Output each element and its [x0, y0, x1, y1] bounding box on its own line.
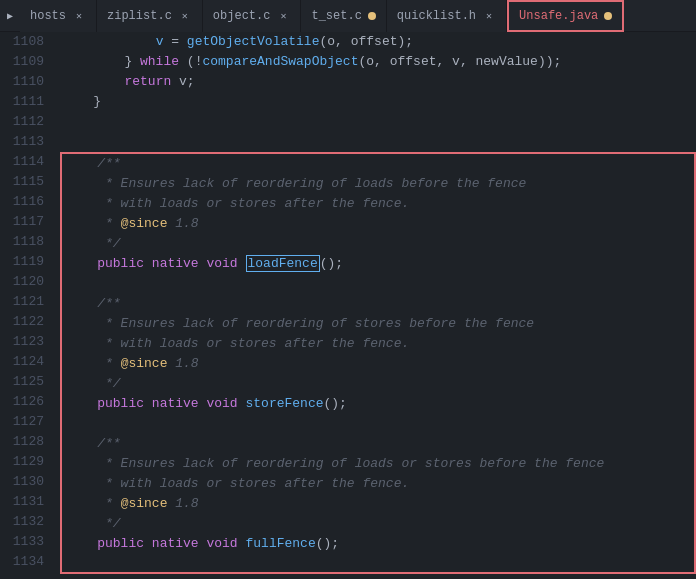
code-line-1109: } while (!compareAndSwapObject(o, offset…	[62, 52, 696, 72]
code-line-1119: public native void loadFence();	[66, 254, 694, 274]
line-num-1128: 1128	[0, 432, 44, 452]
code-line-1121: /**	[66, 294, 694, 314]
code-line-1126: public native void storeFence();	[66, 394, 694, 414]
line-num-1123: 1123	[0, 332, 44, 352]
code-line-1112	[62, 112, 696, 132]
line-num-1130: 1130	[0, 472, 44, 492]
tab-quicklist-close[interactable]: ✕	[482, 9, 496, 23]
tab-unsafe-label: Unsafe.java	[519, 9, 598, 23]
tab-ziplist-label: ziplist.c	[107, 9, 172, 23]
line-num-1129: 1129	[0, 452, 44, 472]
code-line-1111: }	[62, 92, 696, 112]
line-num-1122: 1122	[0, 312, 44, 332]
tab-ziplist-close[interactable]: ✕	[178, 9, 192, 23]
code-line-1116: * with loads or stores after the fence.	[66, 194, 694, 214]
tab-object-c[interactable]: object.c ✕	[203, 0, 302, 32]
line-num-1110: 1110	[0, 72, 44, 92]
tab-unsafe-java[interactable]: Unsafe.java	[507, 0, 624, 32]
tab-unsafe-modified-dot	[604, 12, 612, 20]
tab-tset-label: t_set.c	[311, 9, 361, 23]
code-line-1122: * Ensures lack of reordering of stores b…	[66, 314, 694, 334]
code-line-1125: */	[66, 374, 694, 394]
tab-hosts-close[interactable]: ✕	[72, 9, 86, 23]
line-num-1114: 1114	[0, 152, 44, 172]
code-line-1131: * @since 1.8	[66, 494, 694, 514]
code-line-1128: /**	[66, 434, 694, 454]
tab-hosts-label: hosts	[30, 9, 66, 23]
line-num-1116: 1116	[0, 192, 44, 212]
code-content: v = getObjectVolatile(o, offset); } whil…	[52, 32, 696, 579]
code-line-1132: */	[66, 514, 694, 534]
line-num-1132: 1132	[0, 512, 44, 532]
tab-object-label: object.c	[213, 9, 271, 23]
line-num-1121: 1121	[0, 292, 44, 312]
editor-body: 1108 1109 1110 1111 1112 1113 1114 1115 …	[0, 32, 696, 579]
code-line-1117: * @since 1.8	[66, 214, 694, 234]
tab-quicklist-label: quicklist.h	[397, 9, 476, 23]
code-line-1127	[66, 414, 694, 434]
line-num-1118: 1118	[0, 232, 44, 252]
code-line-1129: * Ensures lack of reordering of loads or…	[66, 454, 694, 474]
code-line-1123: * with loads or stores after the fence.	[66, 334, 694, 354]
line-num-1120: 1120	[0, 272, 44, 292]
tab-tset-modified-dot	[368, 12, 376, 20]
line-num-1125: 1125	[0, 372, 44, 392]
tab-object-close[interactable]: ✕	[276, 9, 290, 23]
editor-window: ▶ hosts ✕ ziplist.c ✕ object.c ✕ t_set.c…	[0, 0, 696, 579]
line-num-1115: 1115	[0, 172, 44, 192]
code-line-1120	[66, 274, 694, 294]
code-line-1113	[62, 132, 696, 152]
line-num-1112: 1112	[0, 112, 44, 132]
highlight-region-start: /** * Ensures lack of reordering of load…	[60, 152, 696, 554]
code-line-1114: /**	[66, 154, 694, 174]
code-line-1134	[66, 554, 694, 574]
line-num-1109: 1109	[0, 52, 44, 72]
line-numbers: 1108 1109 1110 1111 1112 1113 1114 1115 …	[0, 32, 52, 579]
line-num-1117: 1117	[0, 212, 44, 232]
line-num-1124: 1124	[0, 352, 44, 372]
line-num-1119: 1119	[0, 252, 44, 272]
line-num-1126: 1126	[0, 392, 44, 412]
tab-scroll-left[interactable]: ▶	[0, 0, 20, 32]
tab-bar: ▶ hosts ✕ ziplist.c ✕ object.c ✕ t_set.c…	[0, 0, 696, 32]
line-num-1111: 1111	[0, 92, 44, 112]
highlight-region-end	[60, 554, 696, 574]
line-num-1127: 1127	[0, 412, 44, 432]
tab-ziplist-c[interactable]: ziplist.c ✕	[97, 0, 203, 32]
code-line-1133: public native void fullFence();	[66, 534, 694, 554]
code-line-1130: * with loads or stores after the fence.	[66, 474, 694, 494]
line-num-1133: 1133	[0, 532, 44, 552]
code-line-1124: * @since 1.8	[66, 354, 694, 374]
line-num-1131: 1131	[0, 492, 44, 512]
tab-hosts[interactable]: hosts ✕	[20, 0, 97, 32]
tab-quicklist-h[interactable]: quicklist.h ✕	[387, 0, 507, 32]
code-line-1115: * Ensures lack of reordering of loads be…	[66, 174, 694, 194]
line-num-1108: 1108	[0, 32, 44, 52]
tab-t-set-c[interactable]: t_set.c	[301, 0, 386, 32]
line-num-1134: 1134	[0, 552, 44, 572]
line-num-1113: 1113	[0, 132, 44, 152]
code-line-1118: */	[66, 234, 694, 254]
code-line-1110: return v;	[62, 72, 696, 92]
code-line-1108: v = getObjectVolatile(o, offset);	[62, 32, 696, 52]
